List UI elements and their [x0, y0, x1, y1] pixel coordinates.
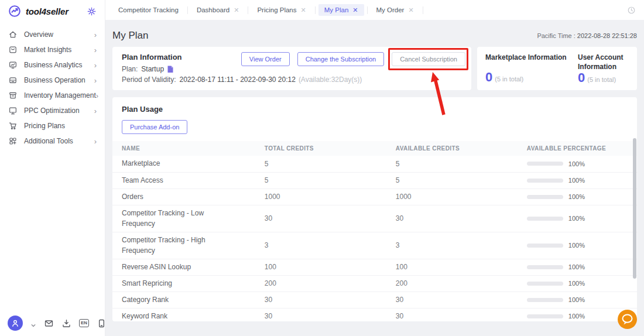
sidebar-item-label: Pricing Plans — [24, 122, 65, 130]
usage-total: 200 — [265, 275, 396, 292]
usage-percentage: 100% — [568, 177, 585, 184]
tab-my-order[interactable]: My Order ✕ — [371, 4, 420, 16]
page-header: My Plan Pacific Time : 2022-08-28 22:51:… — [112, 27, 637, 44]
chevron-down-icon[interactable] — [30, 320, 36, 326]
col-available-percentage: AVAILABLE PERCENTAGE — [527, 141, 637, 156]
tab-close-icon[interactable]: ✕ — [234, 7, 239, 13]
table-row: Category Rank 30 30 100% — [112, 292, 637, 308]
plan-usage-table: NAME TOTAL CREDITS AVAILABLE CREDITS AVA… — [112, 141, 637, 321]
settings-gear-icon[interactable] — [87, 6, 97, 16]
table-scrollbar[interactable] — [633, 138, 636, 279]
table-row: Smart Repricing 200 200 100% — [112, 275, 637, 292]
home-icon — [8, 30, 18, 39]
sidebar-item-additional-tools[interactable]: Additional Tools › — [0, 133, 105, 149]
timezone-label: Pacific Time : — [537, 32, 575, 39]
table-row: Competitor Tracking - Low Frequency 30 3… — [112, 205, 637, 232]
progress-bar — [527, 298, 563, 302]
brand-logo-icon — [8, 5, 21, 18]
col-name: NAME — [112, 141, 265, 156]
mobile-icon[interactable] — [97, 318, 107, 328]
sidebar-item-label: Business Operation — [24, 76, 85, 84]
cancel-subscription-button[interactable]: Cancel Subscription — [392, 52, 465, 66]
usage-total: 5 — [265, 172, 396, 188]
language-en-icon[interactable]: EN — [79, 319, 89, 327]
tab-label: Competitor Tracking — [118, 6, 179, 13]
tab-close-icon[interactable]: ✕ — [301, 7, 306, 13]
sidebar-item-overview[interactable]: Overview › — [0, 27, 105, 42]
server-time: Pacific Time : 2022-08-28 22:51:28 — [537, 32, 637, 39]
user-account-info-block: User Account Information 0 (5 in total) — [578, 53, 629, 84]
table-row: Reverse ASIN Lookup 100 100 100% — [112, 259, 637, 275]
cancel-subscription-wrap: Cancel Subscription — [392, 52, 465, 66]
usage-total: 100 — [265, 259, 396, 275]
tab-separator — [248, 6, 248, 14]
sidebar: tool4seller Overview › Market Insights ›… — [0, 0, 105, 336]
usage-percentage: 100% — [568, 313, 585, 320]
usage-available: 30 — [396, 205, 527, 232]
validity-line: Period of Validity: 2022-08-17 11:11 - 2… — [122, 76, 465, 84]
user-account-total-note: (5 in total) — [587, 76, 616, 83]
usage-total: 30 — [265, 292, 396, 308]
mail-icon[interactable] — [44, 318, 54, 328]
progress-bar — [527, 314, 563, 318]
validity-label: Period of Validity: — [122, 76, 176, 84]
usage-percentage: 100% — [568, 280, 585, 287]
usage-percentage: 100% — [568, 263, 585, 270]
insights-icon — [8, 45, 18, 54]
download-icon[interactable] — [61, 318, 71, 328]
table-row: Marketplace 5 5 100% — [112, 156, 637, 172]
usage-percentage: 100% — [568, 160, 585, 167]
progress-bar — [527, 162, 563, 166]
table-row: Keyword Rank 30 30 100% — [112, 308, 637, 321]
sidebar-item-label: Overview — [24, 30, 53, 39]
sidebar-item-business-analytics[interactable]: Business Analytics › — [0, 57, 105, 73]
document-icon[interactable] — [167, 66, 174, 73]
sidebar-item-ppc-optimization[interactable]: PPC Optimization › — [0, 103, 105, 118]
tab-label: My Plan — [324, 6, 349, 13]
marketplace-total-note: (5 in total) — [495, 76, 523, 83]
marketplace-count: 0 — [485, 71, 492, 84]
tab-pricing-plans[interactable]: Pricing Plans ✕ — [251, 4, 311, 16]
table-row: Team Access 5 5 100% — [112, 172, 637, 188]
sidebar-item-inventory-management[interactable]: Inventory Management › — [0, 88, 105, 103]
usage-name: Keyword Rank — [122, 311, 167, 321]
sidebar-item-label: Inventory Management — [24, 91, 96, 100]
sidebar-footer: EN — [8, 316, 107, 331]
tab-competitor-tracking[interactable]: Competitor Tracking — [112, 4, 184, 16]
usage-percentage: 100% — [568, 215, 585, 222]
plan-usage-title: Plan Usage — [122, 105, 637, 114]
sidebar-item-business-operation[interactable]: Business Operation › — [0, 73, 105, 88]
purchase-addon-button[interactable]: Purchase Add-on — [122, 120, 187, 134]
chat-widget-button[interactable] — [618, 310, 637, 329]
clock-icon[interactable] — [627, 6, 636, 15]
plan-label: Plan: — [122, 65, 138, 73]
tab-separator — [187, 6, 188, 14]
plan-line: Plan: Startup — [122, 65, 465, 73]
usage-total: 30 — [265, 205, 396, 232]
sidebar-item-market-insights[interactable]: Market Insights › — [0, 42, 105, 57]
plan-actions: View Order Change the Subscription Cance… — [241, 52, 465, 66]
tab-dashboard[interactable]: Dashboard ✕ — [191, 4, 245, 16]
sidebar-item-label: Market Insights — [24, 46, 71, 54]
tab-label: Dashboard — [197, 6, 229, 13]
view-order-button[interactable]: View Order — [241, 52, 290, 66]
page-title: My Plan — [112, 30, 148, 42]
cart-icon — [8, 121, 18, 131]
change-subscription-button[interactable]: Change the Subscription — [297, 52, 384, 66]
user-avatar[interactable] — [8, 316, 23, 331]
usage-name: Category Rank — [122, 294, 169, 306]
brand-name: tool4seller — [26, 6, 68, 16]
col-total-credits: TOTAL CREDITS — [265, 141, 396, 156]
tab-separator — [315, 6, 316, 14]
sidebar-item-pricing-plans[interactable]: Pricing Plans › — [0, 118, 105, 133]
usage-name: Reverse ASIN Lookup — [122, 262, 191, 273]
usage-total: 5 — [265, 156, 396, 172]
tab-my-plan[interactable]: My Plan ✕ — [318, 4, 364, 16]
usage-name: Team Access — [122, 175, 163, 186]
tab-close-icon[interactable]: ✕ — [352, 7, 358, 13]
table-row: Orders 1000 1000 100% — [112, 188, 637, 205]
usage-available: 100 — [396, 259, 527, 275]
plan-usage-card: Plan Usage Purchase Add-on NAME TOTAL CR… — [112, 97, 637, 321]
tab-close-icon[interactable]: ✕ — [408, 7, 413, 13]
chevron-right-icon: › — [94, 77, 97, 84]
